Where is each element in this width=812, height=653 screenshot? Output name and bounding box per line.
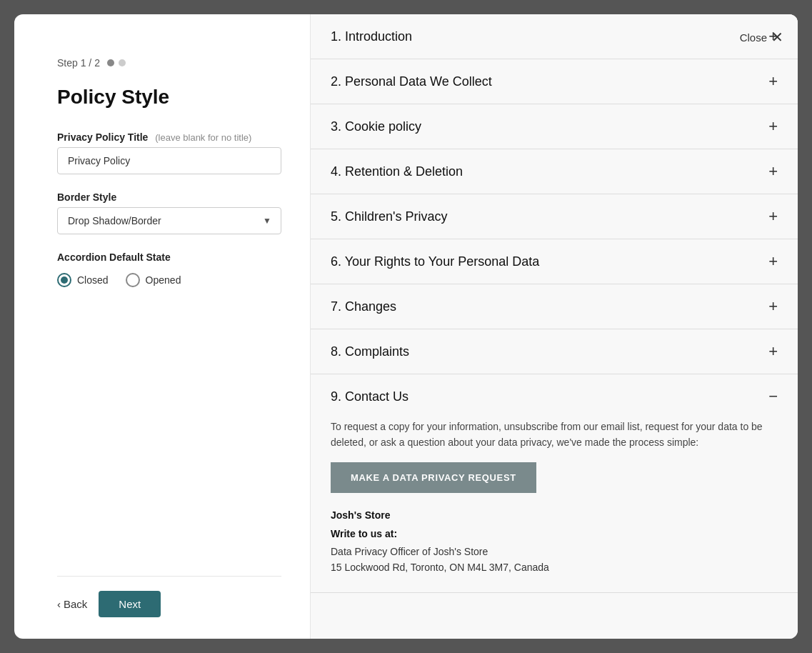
accordion-title-2: 2. Personal Data We Collect bbox=[331, 74, 492, 89]
accordion-item-5: 5. Children's Privacy + bbox=[311, 194, 798, 239]
next-button[interactable]: Next bbox=[99, 591, 161, 617]
modal: Close ✕ Step 1 / 2 Policy Style Privacy … bbox=[14, 14, 798, 639]
left-panel: Step 1 / 2 Policy Style Privacy Policy T… bbox=[14, 14, 311, 639]
plus-icon-3: + bbox=[768, 119, 778, 134]
store-name: Josh's Store bbox=[331, 507, 778, 523]
plus-icon-4: + bbox=[768, 164, 778, 179]
modal-body: Step 1 / 2 Policy Style Privacy Policy T… bbox=[14, 14, 798, 639]
border-style-label: Border Style bbox=[57, 191, 281, 203]
step-indicator: Step 1 / 2 bbox=[57, 57, 281, 69]
border-style-wrapper: Drop Shadow/Border None Border Only ▼ bbox=[57, 207, 281, 234]
accordion-title-9: 9. Contact Us bbox=[331, 389, 408, 404]
plus-icon-8: + bbox=[768, 344, 778, 359]
privacy-title-input[interactable] bbox=[57, 147, 281, 174]
store-address: 15 Lockwood Rd, Toronto, ON M4L 3M7, Can… bbox=[331, 559, 778, 575]
minus-icon-9: − bbox=[768, 389, 778, 404]
radio-opened[interactable]: Opened bbox=[126, 273, 181, 287]
accordion-header-3[interactable]: 3. Cookie policy + bbox=[311, 104, 798, 149]
accordion-item-1: 1. Introduction + bbox=[311, 14, 798, 59]
accordion-title-1: 1. Introduction bbox=[331, 29, 412, 44]
back-arrow-icon: ‹ bbox=[57, 598, 61, 610]
radio-closed-circle bbox=[57, 273, 71, 287]
write-label: Write to us at: bbox=[331, 526, 778, 542]
right-panel: 1. Introduction + 2. Personal Data We Co… bbox=[311, 14, 798, 639]
plus-icon-5: + bbox=[768, 209, 778, 224]
nav-buttons: ‹ Back Next bbox=[57, 591, 281, 617]
plus-icon-2: + bbox=[768, 74, 778, 89]
privacy-title-label: Privacy Policy Title (leave blank for no… bbox=[57, 131, 281, 143]
radio-closed[interactable]: Closed bbox=[57, 273, 109, 287]
panel-title: Policy Style bbox=[57, 86, 281, 109]
accordion-default-label: Accordion Default State bbox=[57, 251, 281, 263]
accordion-title-4: 4. Retention & Deletion bbox=[331, 164, 463, 179]
close-icon: ✕ bbox=[771, 29, 783, 46]
close-button[interactable]: Close ✕ bbox=[740, 29, 783, 46]
accordion-header-1[interactable]: 1. Introduction + bbox=[311, 14, 798, 59]
accordion-item-6: 6. Your Rights to Your Personal Data + bbox=[311, 239, 798, 284]
accordion-header-8[interactable]: 8. Complaints + bbox=[311, 329, 798, 374]
border-style-select[interactable]: Drop Shadow/Border None Border Only bbox=[57, 207, 281, 234]
privacy-title-note: (leave blank for no title) bbox=[155, 132, 251, 143]
accordion-item-8: 8. Complaints + bbox=[311, 329, 798, 374]
accordion-title-7: 7. Changes bbox=[331, 299, 396, 314]
radio-opened-circle bbox=[126, 273, 140, 287]
dot-1 bbox=[107, 59, 114, 66]
step-dots bbox=[107, 59, 126, 66]
accordion-item-3: 3. Cookie policy + bbox=[311, 104, 798, 149]
step-text: Step 1 / 2 bbox=[57, 57, 100, 69]
close-label: Close bbox=[740, 31, 767, 44]
accordion-title-5: 5. Children's Privacy bbox=[331, 209, 448, 224]
make-request-button[interactable]: MAKE A DATA PRIVACY REQUEST bbox=[331, 462, 536, 493]
accordion-item-4: 4. Retention & Deletion + bbox=[311, 149, 798, 194]
accordion-body-9: To request a copy for your information, … bbox=[311, 419, 798, 592]
contact-body-text: To request a copy for your information, … bbox=[331, 419, 778, 451]
accordion-header-6[interactable]: 6. Your Rights to Your Personal Data + bbox=[311, 239, 798, 284]
accordion-header-2[interactable]: 2. Personal Data We Collect + bbox=[311, 59, 798, 104]
accordion-header-9[interactable]: 9. Contact Us − bbox=[311, 374, 798, 419]
accordion-title-6: 6. Your Rights to Your Personal Data bbox=[331, 254, 539, 269]
accordion-item-7: 7. Changes + bbox=[311, 284, 798, 329]
back-button[interactable]: ‹ Back bbox=[57, 598, 87, 610]
officer-title: Data Privacy Officer of Josh's Store bbox=[331, 544, 778, 559]
accordion-header-7[interactable]: 7. Changes + bbox=[311, 284, 798, 329]
accordion-item-2: 2. Personal Data We Collect + bbox=[311, 59, 798, 104]
accordion-header-4[interactable]: 4. Retention & Deletion + bbox=[311, 149, 798, 194]
plus-icon-6: + bbox=[768, 254, 778, 269]
radio-group: Closed Opened bbox=[57, 273, 281, 287]
plus-icon-7: + bbox=[768, 299, 778, 314]
accordion-header-5[interactable]: 5. Children's Privacy + bbox=[311, 194, 798, 239]
accordion-title-3: 3. Cookie policy bbox=[331, 119, 421, 134]
accordion-title-8: 8. Complaints bbox=[331, 344, 409, 359]
divider bbox=[57, 576, 281, 577]
accordion-item-9: 9. Contact Us − To request a copy for yo… bbox=[311, 374, 798, 593]
dot-2 bbox=[119, 59, 126, 66]
